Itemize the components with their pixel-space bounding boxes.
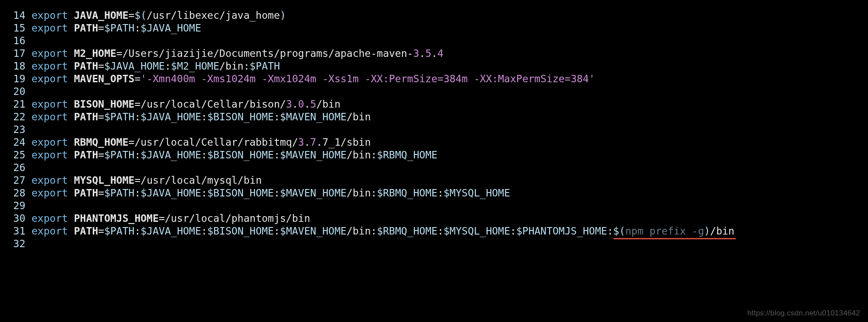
- code-content[interactable]: export PATH=$PATH:$JAVA_HOME:$BISON_HOME…: [32, 112, 868, 122]
- token-dvar: $MAVEN_HOME: [280, 187, 346, 199]
- token-eq: =: [98, 60, 104, 72]
- code-line[interactable]: 22export PATH=$PATH:$JAVA_HOME:$BISON_HO…: [4, 112, 868, 125]
- token-var: PATH: [74, 60, 98, 72]
- token-var: PHANTOMJS_HOME: [74, 213, 159, 224]
- code-line[interactable]: 15export PATH=$PATH:$JAVA_HOME: [4, 23, 868, 36]
- code-line[interactable]: 17export M2_HOME=/Users/jiazijie/Documen…: [4, 49, 868, 61]
- token-sh: $(: [613, 225, 626, 237]
- token-path: 7_1: [322, 136, 341, 148]
- token-path: .: [419, 48, 425, 59]
- line-number: 19: [4, 74, 32, 84]
- token-num: 3: [298, 136, 304, 148]
- token-dvar: $JAVA_HOME: [140, 22, 201, 34]
- token-kw: export: [32, 111, 74, 122]
- code-line[interactable]: 16: [4, 36, 868, 49]
- code-line[interactable]: 30export PHANTOMJS_HOME=/usr/local/phant…: [4, 214, 868, 226]
- token-path: :: [201, 225, 207, 237]
- code-line[interactable]: 26: [4, 163, 868, 175]
- code-line[interactable]: 20: [4, 87, 868, 99]
- token-var: MYSQL_HOME: [74, 175, 134, 186]
- token-path: :: [134, 111, 140, 122]
- line-number: 23: [4, 125, 32, 135]
- code-line[interactable]: 21export BISON_HOME=/usr/local/Cellar/bi…: [4, 99, 868, 112]
- token-eq: =: [134, 98, 140, 110]
- token-dvar: $MYSQL_HOME: [444, 225, 510, 237]
- token-path: :: [134, 22, 140, 34]
- token-eq: =: [98, 22, 104, 34]
- token-dvar: $PATH: [104, 187, 134, 199]
- token-dvar: $M2_HOME: [171, 60, 220, 72]
- token-path: :: [274, 187, 280, 199]
- code-line[interactable]: 29: [4, 201, 868, 214]
- code-content[interactable]: export MYSQL_HOME=/usr/local/mysql/bin: [32, 175, 868, 186]
- token-path: /sbin: [340, 136, 371, 148]
- code-line[interactable]: 24export RBMQ_HOME=/usr/local/Cellar/rab…: [4, 137, 868, 150]
- token-path: /bin:: [346, 225, 377, 237]
- code-line[interactable]: 18export PATH=$JAVA_HOME:$M2_HOME/bin:$P…: [4, 61, 868, 74]
- code-line[interactable]: 25export PATH=$PATH:$JAVA_HOME:$BISON_HO…: [4, 150, 868, 163]
- line-number: 28: [4, 188, 32, 198]
- token-var: PATH: [74, 149, 98, 161]
- token-path: :: [134, 225, 140, 237]
- token-eq: =: [98, 149, 104, 161]
- token-kw: export: [32, 225, 74, 237]
- code-editor[interactable]: 14export JAVA_HOME=$(/usr/libexec/java_h…: [0, 0, 868, 252]
- line-number: 21: [4, 99, 32, 109]
- code-content[interactable]: export PATH=$PATH:$JAVA_HOME:$BISON_HOME…: [32, 188, 868, 198]
- token-num: 7: [310, 136, 316, 148]
- code-line[interactable]: 23: [4, 125, 868, 137]
- token-var: PATH: [74, 22, 98, 34]
- token-path: :: [165, 60, 171, 72]
- token-num: 4: [438, 48, 444, 59]
- token-eq: =: [98, 225, 104, 237]
- token-var: PATH: [74, 225, 98, 237]
- code-content[interactable]: export PATH=$JAVA_HOME:$M2_HOME/bin:$PAT…: [32, 61, 868, 71]
- token-kw: export: [32, 136, 74, 148]
- token-dvar: $MAVEN_HOME: [280, 149, 346, 161]
- token-kw: export: [32, 60, 74, 72]
- token-path: :: [201, 111, 207, 122]
- token-sh: ): [704, 225, 710, 237]
- line-number: 25: [4, 150, 32, 160]
- token-dvar: $JAVA_HOME: [104, 60, 164, 72]
- token-path: /bin:: [346, 149, 377, 161]
- token-eq: =: [134, 73, 140, 84]
- code-line[interactable]: 27export MYSQL_HOME=/usr/local/mysql/bin: [4, 175, 868, 188]
- line-number: 14: [4, 10, 32, 21]
- code-line[interactable]: 32: [4, 239, 868, 252]
- code-content[interactable]: export JAVA_HOME=$(/usr/libexec/java_hom…: [32, 10, 868, 21]
- code-line[interactable]: 19export MAVEN_OPTS='-Xmn400m -Xms1024m …: [4, 74, 868, 87]
- code-content[interactable]: export MAVEN_OPTS='-Xmn400m -Xms1024m -X…: [32, 74, 868, 84]
- line-number: 31: [4, 226, 32, 236]
- code-content[interactable]: export BISON_HOME=/usr/local/Cellar/biso…: [32, 99, 868, 109]
- token-eq: =: [129, 136, 135, 148]
- code-content[interactable]: export M2_HOME=/Users/jiazijie/Documents…: [32, 49, 868, 59]
- code-content[interactable]: export PATH=$PATH:$JAVA_HOME:$BISON_HOME…: [32, 150, 868, 160]
- token-sh: ): [280, 10, 286, 21]
- code-content[interactable]: export RBMQ_HOME=/usr/local/Cellar/rabbi…: [32, 137, 868, 147]
- token-dvar: $BISON_HOME: [207, 111, 274, 122]
- token-dim: npm prefix -g: [625, 225, 704, 237]
- code-content[interactable]: export PATH=$PATH:$JAVA_HOME: [32, 23, 868, 33]
- token-dvar: $PATH: [104, 22, 134, 34]
- code-line[interactable]: 28export PATH=$PATH:$JAVA_HOME:$BISON_HO…: [4, 188, 868, 201]
- line-number: 30: [4, 214, 32, 224]
- token-dvar: $PATH: [104, 149, 134, 161]
- token-kw: export: [32, 73, 74, 84]
- token-path: :: [201, 187, 207, 199]
- code-line[interactable]: 14export JAVA_HOME=$(/usr/libexec/java_h…: [4, 10, 868, 23]
- token-sh: $(: [134, 10, 147, 21]
- token-var: M2_HOME: [74, 48, 116, 59]
- code-content[interactable]: export PHANTOMJS_HOME=/usr/local/phantom…: [32, 214, 868, 224]
- token-path: .: [304, 136, 310, 148]
- token-eq: =: [134, 175, 140, 186]
- token-path: /bin: [710, 225, 734, 237]
- token-num: 5: [425, 48, 431, 59]
- token-path: :: [510, 225, 516, 237]
- token-kw: export: [32, 98, 74, 110]
- code-line[interactable]: 31export PATH=$PATH:$JAVA_HOME:$BISON_HO…: [4, 226, 868, 239]
- token-kw: export: [32, 187, 74, 199]
- code-content[interactable]: export PATH=$PATH:$JAVA_HOME:$BISON_HOME…: [32, 226, 868, 236]
- token-var: JAVA_HOME: [74, 10, 129, 21]
- line-number: 27: [4, 175, 32, 186]
